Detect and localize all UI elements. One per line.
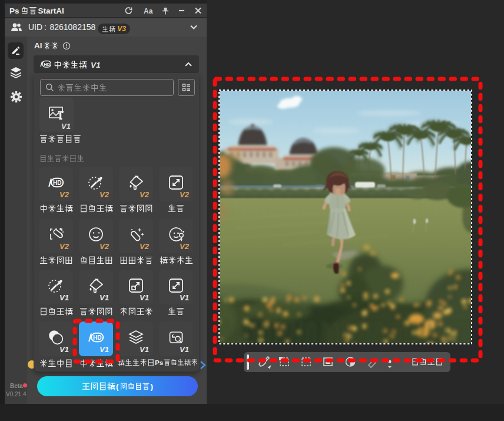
svg-text:HD: HD [93,334,101,341]
svg-text:Aa: Aa [144,7,153,15]
svg-text:HD: HD [44,62,51,67]
svg-text:HD: HD [53,180,61,186]
